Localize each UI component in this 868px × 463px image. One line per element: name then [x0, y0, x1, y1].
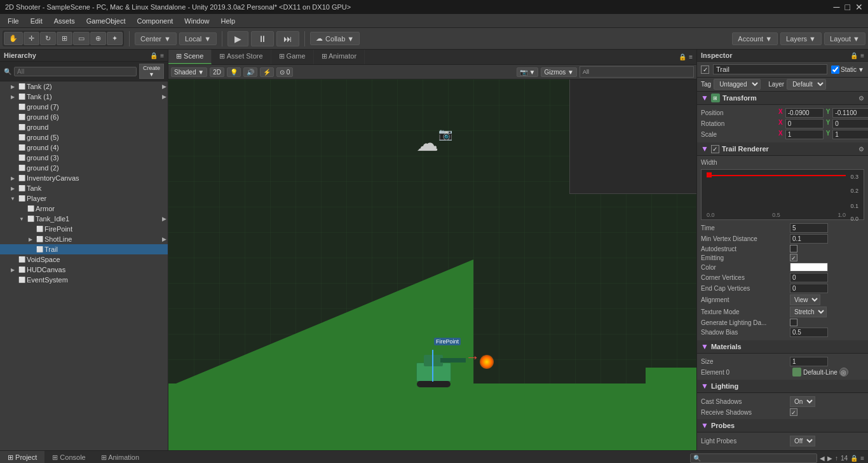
tab-animation[interactable]: ⊞ Animation [93, 451, 147, 463]
project-nav-up[interactable]: ↑ [835, 455, 838, 462]
hierarchy-item-inventorycanvas[interactable]: ▶ ⬜ InventoryCanvas [0, 173, 168, 183]
menu-file[interactable]: File [3, 16, 24, 26]
tab-asset-store[interactable]: ⊞ Asset Store [212, 50, 271, 64]
hierarchy-lock-icon[interactable]: 🔒 [150, 52, 158, 59]
hierarchy-item-ground[interactable]: ⬜ ground [0, 122, 168, 132]
trail-enabled-checkbox[interactable] [711, 145, 719, 153]
tab-project[interactable]: ⊞ Project [0, 451, 44, 463]
minvertex-input[interactable] [790, 234, 828, 244]
tab-animator[interactable]: ⊞ Animator [314, 50, 365, 64]
menu-component[interactable]: Component [132, 16, 178, 26]
endcap-input[interactable] [790, 284, 828, 293]
collab-button[interactable]: ☁ Collab ▼ [310, 32, 360, 45]
lighting-header[interactable]: ▼ Lighting [697, 380, 868, 393]
hierarchy-item-tank1[interactable]: ▶ ⬜ Tank (1) ▶ [0, 92, 168, 102]
autodestruct-checkbox[interactable] [790, 245, 797, 252]
receiveshadow-checkbox[interactable] [790, 408, 797, 416]
corner-input[interactable] [790, 273, 828, 282]
inspector-menu-icon[interactable]: ≡ [860, 52, 864, 59]
object-name-input[interactable] [713, 64, 827, 74]
hierarchy-item-trail[interactable]: ⬜ Trail [0, 244, 168, 254]
hierarchy-item-ground5[interactable]: ⬜ ground (5) [0, 132, 168, 142]
hierarchy-item-voidspace[interactable]: ⬜ VoidSpace [0, 254, 168, 265]
trail-graph[interactable]: 0.3 0.2 0.1 0.0 0.0 0.5 1.0 [701, 169, 864, 220]
gizmos-dropdown[interactable]: Gizmos ▼ [541, 67, 577, 77]
active-checkbox[interactable] [701, 66, 709, 74]
texturemode-dropdown[interactable]: Stretch [790, 307, 827, 317]
menu-edit[interactable]: Edit [25, 16, 48, 26]
shadowbias-input[interactable] [790, 328, 828, 337]
rotation-x[interactable] [785, 119, 824, 128]
static-dropdown-icon[interactable]: ▼ [858, 66, 864, 73]
shading-dropdown[interactable]: Shaded ▼ [171, 67, 207, 77]
local-button[interactable]: Local ▼ [179, 32, 217, 45]
probes-header[interactable]: ▼ Probes [697, 419, 868, 432]
lighting-button[interactable]: 💡 [227, 67, 241, 77]
tab-game[interactable]: ⊞ Game [271, 50, 314, 64]
close-button[interactable]: ✕ [855, 2, 863, 12]
move-tool[interactable]: ✛ [24, 32, 39, 45]
hierarchy-item-eventsystem[interactable]: ⬜ EventSystem [0, 275, 168, 285]
layout-button[interactable]: Layout ▼ [824, 32, 865, 45]
menu-help[interactable]: Help [215, 16, 240, 26]
transform-header[interactable]: ▼ ⊞ Transform ⚙ [697, 92, 868, 105]
menu-window[interactable]: Window [179, 16, 214, 26]
hierarchy-item-ground3[interactable]: ⬜ ground (3) [0, 153, 168, 163]
hierarchy-item-firepoint[interactable]: ⬜ FirePoint [0, 224, 168, 234]
scale-x[interactable] [785, 130, 824, 139]
lightprobes-dropdown[interactable]: Off [790, 436, 815, 446]
tab-console[interactable]: ⊞ Console [44, 451, 93, 463]
project-lock-icon[interactable]: 🔒 [850, 455, 858, 462]
fx-button[interactable]: ⚡ [260, 67, 274, 77]
hierarchy-item-armor[interactable]: ⬜ Armor [0, 204, 168, 214]
hierarchy-menu-icon[interactable]: ≡ [160, 52, 164, 59]
maximize-button[interactable]: □ [845, 2, 850, 12]
transform-tool[interactable]: ⊕ [90, 32, 106, 45]
inspector-lock-icon[interactable]: 🔒 [850, 52, 858, 59]
menu-assets[interactable]: Assets [49, 16, 80, 26]
emitting-checkbox[interactable] [790, 254, 797, 261]
project-nav-fwd[interactable]: ▶ [827, 455, 832, 462]
trail-settings-icon[interactable]: ⚙ [858, 146, 864, 153]
rect-tool[interactable]: ▭ [73, 32, 90, 45]
step-button[interactable]: ⏭ [276, 31, 299, 46]
hierarchy-item-tankidle[interactable]: ▼ ⬜ Tank_Idle1 ▶ [0, 214, 168, 224]
tag-dropdown[interactable]: Untagged [714, 79, 761, 90]
mat-size-input[interactable] [790, 357, 828, 366]
static-checkbox[interactable] [831, 66, 839, 74]
rotate-tool[interactable]: ↻ [40, 32, 56, 45]
time-input[interactable] [790, 223, 828, 233]
hierarchy-item-ground4[interactable]: ⬜ ground (4) [0, 142, 168, 153]
hand-tool[interactable]: ✋ [4, 32, 23, 45]
lock-scene-icon[interactable]: 🔒 [679, 53, 686, 60]
hierarchy-item-hudcanvas[interactable]: ▶ ⬜ HUDCanvas [0, 265, 168, 275]
scene-view[interactable]: → FirePoint ☁ 📷 [168, 79, 696, 450]
audio-button[interactable]: 🔊 [243, 67, 257, 77]
menu-gameobject[interactable]: GameObject [81, 16, 131, 26]
materials-header[interactable]: ▼ Materials [697, 340, 868, 354]
menu-scene-icon[interactable]: ≡ [689, 53, 693, 60]
color-swatch[interactable] [790, 263, 828, 272]
play-button[interactable]: ▶ [227, 31, 248, 46]
castshadow-dropdown[interactable]: On [790, 396, 815, 407]
center-button[interactable]: Center ▼ [135, 32, 177, 45]
scale-y[interactable] [832, 130, 868, 139]
genlighting-checkbox[interactable] [790, 319, 797, 326]
hierarchy-item-ground6[interactable]: ⬜ ground (6) [0, 112, 168, 122]
position-y[interactable] [832, 108, 868, 118]
mat-select-btn[interactable]: ◎ [839, 368, 848, 377]
hierarchy-item-tank[interactable]: ▶ ⬜ Tank [0, 183, 168, 193]
trail-renderer-header[interactable]: ▼ Trail Renderer ⚙ [697, 142, 868, 156]
rotation-y[interactable] [832, 119, 868, 128]
scale-tool[interactable]: ⊞ [57, 32, 72, 45]
hierarchy-search-input[interactable] [14, 67, 137, 76]
camera-dropdown[interactable]: 📷 ▼ [517, 67, 539, 77]
2d-button[interactable]: 2D [210, 67, 224, 77]
create-button[interactable]: Create ▼ [139, 64, 164, 79]
pause-button[interactable]: ⏸ [251, 31, 274, 46]
hierarchy-item-tank2[interactable]: ▶ ⬜ Tank (2) ▶ [0, 81, 168, 92]
alignment-dropdown[interactable]: View [790, 294, 820, 305]
project-menu-icon[interactable]: ≡ [860, 455, 864, 462]
position-x[interactable] [785, 108, 824, 118]
custom-tool[interactable]: ✦ [107, 32, 123, 45]
